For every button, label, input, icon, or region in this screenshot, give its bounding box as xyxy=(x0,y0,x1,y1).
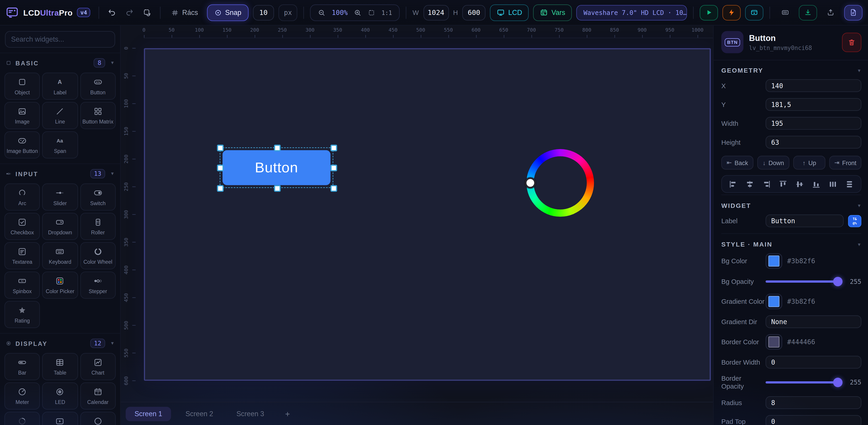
widget-card-spinner[interactable]: Spinner xyxy=(4,412,40,425)
sidebar-section-input-header[interactable]: INPUT13▼ xyxy=(0,164,120,183)
color-swatch-button[interactable] xyxy=(766,334,782,350)
widget-card-label[interactable]: ALabel xyxy=(42,73,78,100)
radius-input[interactable] xyxy=(766,396,862,409)
pad-top-input[interactable] xyxy=(766,415,862,425)
zoom-in-icon[interactable] xyxy=(354,8,362,16)
height-input[interactable] xyxy=(766,136,862,148)
widget-card-rating[interactable]: Rating xyxy=(4,301,40,328)
snap-size-input[interactable] xyxy=(253,5,274,20)
search-input[interactable] xyxy=(5,31,115,48)
widget-card-meter[interactable]: Meter xyxy=(4,382,40,409)
lcd-view-button[interactable]: LCD xyxy=(490,4,529,21)
widget-card-image-button[interactable]: Image Button xyxy=(4,132,40,159)
align-bottom-button[interactable] xyxy=(811,178,822,190)
vars-button[interactable]: Vars xyxy=(533,4,572,21)
widget-card-arc[interactable]: Arc xyxy=(4,183,40,210)
widget-card-switch[interactable]: Switch xyxy=(80,183,116,210)
zorder-up-button[interactable]: ↑Up xyxy=(793,156,825,170)
canvas-color-wheel-widget[interactable] xyxy=(526,149,594,217)
widget-card-roller[interactable]: 42Roller xyxy=(80,213,116,240)
redo-button[interactable] xyxy=(123,5,136,20)
widget-card-spinbox[interactable]: 42Spinbox xyxy=(4,272,40,299)
geometry-section-header[interactable]: GEOMETRY ▼ xyxy=(721,67,862,74)
download-button[interactable] xyxy=(799,5,817,20)
upload-button[interactable] xyxy=(822,5,840,20)
color-swatch-button[interactable] xyxy=(766,253,782,269)
add-screen-button[interactable]: + xyxy=(279,408,297,419)
widget-card-led[interactable]: LED xyxy=(42,382,78,409)
widget-card-calendar[interactable]: 15Calendar xyxy=(80,382,116,409)
undo-button[interactable] xyxy=(105,5,119,20)
align-right-button[interactable] xyxy=(761,178,772,190)
widget-card-color-wheel[interactable]: Color Wheel xyxy=(80,242,116,270)
widget-card-line[interactable]: Line xyxy=(42,102,78,129)
snap-toggle-button[interactable]: Snap xyxy=(207,4,249,21)
design-canvas[interactable]: 0501001502002503003504004505005506006507… xyxy=(121,26,713,425)
align-center-v-button[interactable] xyxy=(794,178,805,190)
bg-opacity-slider[interactable] xyxy=(766,280,840,283)
selection-handle[interactable] xyxy=(274,185,280,191)
export-code-button[interactable] xyxy=(844,5,863,20)
border-opacity-slider[interactable] xyxy=(766,381,840,384)
zoom-one-to-one[interactable]: 1:1 xyxy=(381,9,392,16)
align-top-button[interactable] xyxy=(777,178,788,190)
duplicate-button[interactable] xyxy=(141,5,154,20)
widget-section-header[interactable]: WIDGET ▼ xyxy=(721,195,862,209)
device-select[interactable]: Waveshare 7.0" HD LCD · 10… xyxy=(576,5,687,20)
color-wheel-knob[interactable] xyxy=(525,177,536,189)
zorder-front-button[interactable]: ⇥Front xyxy=(829,156,861,170)
selection-handle[interactable] xyxy=(331,144,337,151)
selection-handle[interactable] xyxy=(217,144,224,151)
distribute-h-button[interactable] xyxy=(828,178,839,190)
width-input[interactable] xyxy=(766,117,862,130)
widget-card-stepper[interactable]: Stepper xyxy=(80,272,116,299)
device-monitor-button[interactable] xyxy=(745,5,764,20)
label-value-input[interactable] xyxy=(766,215,844,227)
selection-handle[interactable] xyxy=(217,185,224,191)
delete-widget-button[interactable] xyxy=(842,32,862,52)
screen-height-input[interactable] xyxy=(462,5,486,20)
style-main-section-header[interactable]: STYLE · MAIN ▼ xyxy=(721,233,862,248)
color-swatch-button[interactable] xyxy=(766,294,782,309)
console-button[interactable] xyxy=(776,5,794,20)
slider-thumb[interactable] xyxy=(833,277,843,286)
widget-card-color-picker[interactable]: Color Picker xyxy=(42,272,78,299)
widget-card-slider[interactable]: Slider xyxy=(42,183,78,210)
widget-card-keyboard[interactable]: Keyboard xyxy=(42,242,78,270)
screen-tab-1[interactable]: Screen 1 xyxy=(126,406,171,421)
zoom-out-icon[interactable] xyxy=(318,8,326,16)
quick-flash-button[interactable] xyxy=(722,5,741,20)
widget-card-textarea[interactable]: Textarea xyxy=(4,242,40,270)
widget-card-dropdown[interactable]: Dropdown xyxy=(42,213,78,240)
widget-card-checkbox[interactable]: Checkbox xyxy=(4,213,40,240)
align-left-button[interactable] xyxy=(727,178,739,190)
slider-thumb[interactable] xyxy=(833,378,843,387)
align-center-h-button[interactable] xyxy=(744,178,755,190)
widget-card-circle[interactable]: Circle xyxy=(80,412,116,425)
border-width-input[interactable] xyxy=(766,356,862,368)
run-preview-button[interactable] xyxy=(700,5,718,20)
x-input[interactable] xyxy=(766,79,862,92)
screen-width-input[interactable] xyxy=(423,5,449,20)
widget-card-button[interactable]: BTNButton xyxy=(80,73,116,100)
special-chars-button[interactable]: T&@% xyxy=(848,215,862,227)
widget-card-table[interactable]: Table xyxy=(42,353,78,380)
lcd-screen[interactable]: Button xyxy=(144,48,711,381)
widget-card-object[interactable]: Object xyxy=(4,73,40,100)
widget-card-span[interactable]: AaSpan xyxy=(42,132,78,159)
screen-tab-2[interactable]: Screen 2 xyxy=(177,406,222,421)
zorder-back-button[interactable]: ⇤Back xyxy=(721,156,753,170)
y-input[interactable] xyxy=(766,98,862,111)
widget-card-button-matrix[interactable]: Button Matrix xyxy=(80,102,116,129)
screen-tab-3[interactable]: Screen 3 xyxy=(227,406,273,421)
sidebar-section-basic-header[interactable]: BASIC8▼ xyxy=(0,53,120,72)
zorder-down-button[interactable]: ↓Down xyxy=(757,156,789,170)
selection-handle[interactable] xyxy=(331,165,337,171)
selection-handle[interactable] xyxy=(331,185,337,191)
widget-card-chart[interactable]: Chart xyxy=(80,353,116,380)
canvas-button-widget[interactable]: Button xyxy=(222,150,331,185)
distribute-v-button[interactable] xyxy=(844,178,855,190)
widget-card-anim-image[interactable]: Anim Image xyxy=(42,412,78,425)
zoom-fit-icon[interactable] xyxy=(368,8,375,16)
sidebar-section-display-header[interactable]: DISPLAY12▼ xyxy=(0,333,120,352)
